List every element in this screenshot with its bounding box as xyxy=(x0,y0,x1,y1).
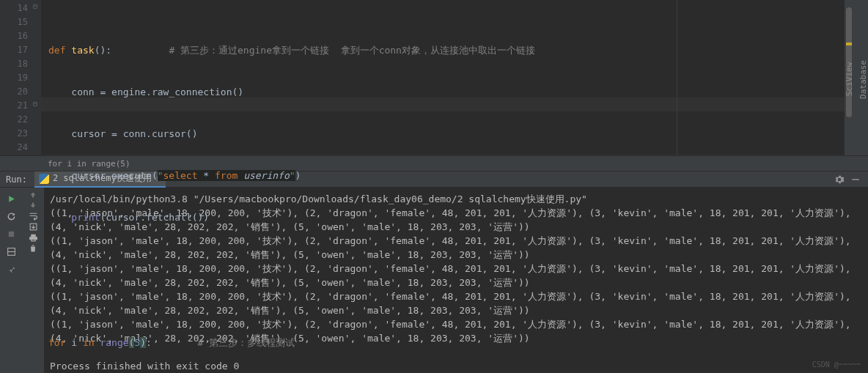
code-text xyxy=(48,212,71,223)
warning-marker[interactable] xyxy=(846,43,852,45)
func-name: task xyxy=(71,45,94,56)
comment: # 第三步：通过engine拿到一个链接 拿到一个conn对象，从连接池中取出一… xyxy=(111,45,535,56)
sql-keyword: select xyxy=(163,170,204,181)
paren: ) xyxy=(140,337,146,348)
trash-icon[interactable] xyxy=(29,244,37,253)
pin-icon[interactable] xyxy=(3,261,19,277)
down-icon[interactable] xyxy=(29,201,37,210)
settings-icon[interactable] xyxy=(3,208,19,224)
keyword: for xyxy=(48,337,71,348)
right-margin-guide xyxy=(677,0,677,155)
sql-table: userinfo xyxy=(243,170,290,181)
line-num: 16 xyxy=(0,29,28,43)
run-toolbar-primary xyxy=(0,188,22,373)
up-icon[interactable] xyxy=(29,191,37,199)
svg-rect-1 xyxy=(8,231,13,236)
line-num: 14 xyxy=(0,1,28,15)
line-num: 19 xyxy=(0,71,28,85)
code-text: cursor.execute( xyxy=(48,170,158,181)
print-icon[interactable] xyxy=(29,233,38,243)
line-num: 15 xyxy=(0,15,28,29)
fold-column: ⊟ ⊟ xyxy=(33,0,40,155)
line-num: 18 xyxy=(0,57,28,71)
line-num: 22 xyxy=(0,113,28,127)
line-num: 24 xyxy=(0,141,28,155)
right-tool-strip: Database SciView xyxy=(853,0,868,155)
fold-marker-icon[interactable]: ⊟ xyxy=(33,2,37,10)
run-toolbar-secondary xyxy=(22,188,44,373)
line-num: 17 xyxy=(0,43,28,57)
string: " xyxy=(290,170,295,181)
watermark: CSDN @~~~~~ xyxy=(812,361,861,369)
keyword: def xyxy=(48,45,71,56)
comment: # 第三步：多线程测试 xyxy=(152,337,295,348)
line-num: 23 xyxy=(0,127,28,141)
builtin: print xyxy=(71,212,100,223)
line-num: 20 xyxy=(0,85,28,99)
string: " xyxy=(158,170,163,181)
builtin: range xyxy=(100,337,128,348)
code-text: i xyxy=(71,337,83,348)
editor-area: 14 15 16 17 18 19 20 21 22 23 24 ⊟ ⊟ def… xyxy=(0,0,868,155)
rerun-icon[interactable] xyxy=(3,191,19,207)
keyword: in xyxy=(83,337,100,348)
code-text: (cursor.fetchall()) xyxy=(100,212,209,223)
scroll-to-end-icon[interactable] xyxy=(29,222,38,232)
layout-icon[interactable] xyxy=(3,243,19,259)
soft-wrap-icon[interactable] xyxy=(29,211,38,221)
code-editor[interactable]: def task(): # 第三步：通过engine拿到一个链接 拿到一个con… xyxy=(41,0,868,155)
code-text: conn = engine.raw_connection() xyxy=(48,85,868,99)
database-tool-button[interactable]: Database xyxy=(858,60,868,99)
code-text: ) xyxy=(295,170,301,181)
code-text: cursor = conn.cursor() xyxy=(48,127,868,141)
stop-icon[interactable] xyxy=(3,226,19,242)
run-label: Run: xyxy=(6,174,27,185)
python-icon xyxy=(39,174,49,184)
sql-star: * xyxy=(203,170,209,181)
line-num: 21 xyxy=(0,99,28,113)
sciview-tool-button[interactable]: SciView xyxy=(845,62,854,96)
code-text: : xyxy=(146,337,152,348)
caret-highlight xyxy=(41,97,868,111)
code-text: (): xyxy=(95,45,111,56)
sql-keyword: from xyxy=(209,170,243,181)
fold-marker-icon[interactable]: ⊟ xyxy=(33,100,37,108)
